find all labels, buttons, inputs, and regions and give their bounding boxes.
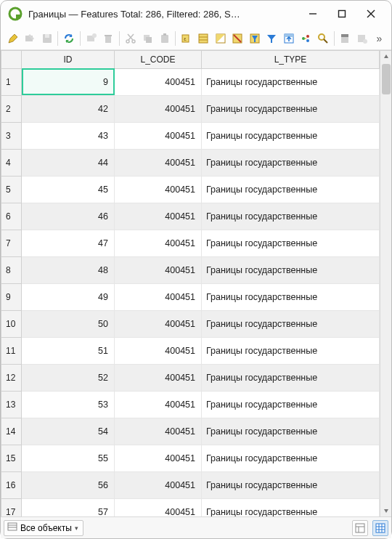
expr-select-icon[interactable]: ε <box>179 31 194 46</box>
multi-edit-icon[interactable] <box>22 31 37 46</box>
scroll-up-icon[interactable] <box>380 51 391 62</box>
cell-ltype[interactable]: Границы государственные <box>202 310 380 337</box>
row-header[interactable]: 4 <box>1 149 22 176</box>
minimize-button[interactable] <box>298 4 327 24</box>
table-row[interactable]: 1353400451Границы государственные <box>1 391 380 418</box>
cell-ltype[interactable]: Границы государственные <box>202 337 380 364</box>
table-row[interactable]: 444400451Границы государственные <box>1 149 380 176</box>
cell-lcode[interactable]: 400451 <box>115 471 202 498</box>
cell-ltype[interactable]: Границы государственные <box>202 391 380 418</box>
table-row[interactable]: 646400451Границы государственные <box>1 203 380 230</box>
invert-select-icon[interactable] <box>213 31 228 46</box>
cut-icon[interactable] <box>123 31 138 46</box>
cell-lcode[interactable]: 400451 <box>115 203 202 230</box>
cell-ltype[interactable]: Границы государственные <box>202 418 380 445</box>
row-header[interactable]: 14 <box>1 418 22 445</box>
cell-lcode[interactable]: 400451 <box>115 364 202 391</box>
row-header[interactable]: 3 <box>1 122 22 149</box>
zoom-to-icon[interactable] <box>315 31 330 46</box>
corner-header[interactable] <box>1 51 22 68</box>
table-view-button[interactable] <box>372 520 388 536</box>
table-row[interactable]: 1757400451Границы государственные <box>1 498 380 516</box>
table-row[interactable]: 545400451Границы государственные <box>1 176 380 203</box>
pencil-icon[interactable] <box>5 31 20 46</box>
cell-id[interactable]: 43 <box>22 122 115 149</box>
cell-id[interactable]: 9 <box>22 68 115 95</box>
cell-id[interactable]: 47 <box>22 230 115 256</box>
cell-ltype[interactable]: Границы государственные <box>202 445 380 471</box>
cell-ltype[interactable]: Границы государственные <box>202 68 380 95</box>
cell-lcode[interactable]: 400451 <box>115 68 202 95</box>
field-calc-icon[interactable] <box>338 31 353 46</box>
cell-id[interactable]: 45 <box>22 176 115 203</box>
cell-id[interactable]: 56 <box>22 471 115 498</box>
filter-icon[interactable] <box>264 31 279 46</box>
refresh-icon[interactable] <box>61 31 76 46</box>
row-header[interactable]: 8 <box>1 256 22 283</box>
table-row[interactable]: 1050400451Границы государственные <box>1 310 380 337</box>
form-view-button[interactable] <box>352 520 368 536</box>
cell-ltype[interactable]: Границы государственные <box>202 122 380 149</box>
row-header[interactable]: 6 <box>1 203 22 230</box>
table-row[interactable]: 19400451Границы государственные <box>1 68 380 95</box>
cell-lcode[interactable]: 400451 <box>115 418 202 445</box>
cell-lcode[interactable]: 400451 <box>115 498 202 516</box>
cell-lcode[interactable]: 400451 <box>115 283 202 310</box>
row-header[interactable]: 2 <box>1 95 22 122</box>
row-header[interactable]: 11 <box>1 337 22 364</box>
filter-select-icon[interactable] <box>247 31 262 46</box>
cell-id[interactable]: 50 <box>22 310 115 337</box>
column-header-ltype[interactable]: L_TYPE <box>202 51 380 68</box>
copy-icon[interactable] <box>139 31 155 46</box>
row-header[interactable]: 17 <box>1 498 22 516</box>
cell-lcode[interactable]: 400451 <box>115 176 202 203</box>
column-header-id[interactable]: ID <box>22 51 115 68</box>
add-feature-icon[interactable] <box>83 31 99 46</box>
close-button[interactable] <box>356 4 385 24</box>
cell-ltype[interactable]: Границы государственные <box>202 203 380 230</box>
toolbar-overflow-icon[interactable]: » <box>372 33 387 44</box>
cell-lcode[interactable]: 400451 <box>115 149 202 176</box>
row-header[interactable]: 15 <box>1 445 22 471</box>
row-header[interactable]: 5 <box>1 176 22 203</box>
cell-id[interactable]: 57 <box>22 498 115 516</box>
delete-feature-icon[interactable] <box>100 31 115 46</box>
cell-id[interactable]: 49 <box>22 283 115 310</box>
row-header[interactable]: 16 <box>1 471 22 498</box>
cell-id[interactable]: 46 <box>22 203 115 230</box>
paste-icon[interactable] <box>157 31 172 46</box>
maximize-button[interactable] <box>327 4 356 24</box>
table-row[interactable]: 1555400451Границы государственные <box>1 445 380 471</box>
data-grid[interactable]: ID L_CODE L_TYPE 19400451Границы государ… <box>1 51 380 516</box>
cell-ltype[interactable]: Границы государственные <box>202 95 380 122</box>
cell-lcode[interactable]: 400451 <box>115 337 202 364</box>
table-row[interactable]: 848400451Границы государственные <box>1 256 380 283</box>
cell-id[interactable]: 48 <box>22 256 115 283</box>
table-row[interactable]: 1454400451Границы государственные <box>1 418 380 445</box>
table-row[interactable]: 747400451Границы государственные <box>1 230 380 256</box>
cell-lcode[interactable]: 400451 <box>115 445 202 471</box>
column-header-lcode[interactable]: L_CODE <box>115 51 202 68</box>
cell-lcode[interactable]: 400451 <box>115 230 202 256</box>
cell-lcode[interactable]: 400451 <box>115 256 202 283</box>
move-top-icon[interactable] <box>281 31 296 46</box>
cell-ltype[interactable]: Границы государственные <box>202 149 380 176</box>
cell-id[interactable]: 53 <box>22 391 115 418</box>
cell-id[interactable]: 51 <box>22 337 115 364</box>
cell-lcode[interactable]: 400451 <box>115 95 202 122</box>
table-row[interactable]: 242400451Границы государственные <box>1 95 380 122</box>
cell-id[interactable]: 55 <box>22 445 115 471</box>
cell-id[interactable]: 44 <box>22 149 115 176</box>
table-row[interactable]: 1252400451Границы государственные <box>1 364 380 391</box>
new-field-icon[interactable] <box>354 31 369 46</box>
deselect-icon[interactable] <box>230 31 245 46</box>
cell-ltype[interactable]: Границы государственные <box>202 498 380 516</box>
row-header[interactable]: 9 <box>1 283 22 310</box>
cell-ltype[interactable]: Границы государственные <box>202 283 380 310</box>
cell-lcode[interactable]: 400451 <box>115 310 202 337</box>
select-all-icon[interactable] <box>196 31 211 46</box>
row-header[interactable]: 12 <box>1 364 22 391</box>
table-row[interactable]: 949400451Границы государственные <box>1 283 380 310</box>
scroll-down-icon[interactable] <box>380 505 391 516</box>
row-header[interactable]: 13 <box>1 391 22 418</box>
